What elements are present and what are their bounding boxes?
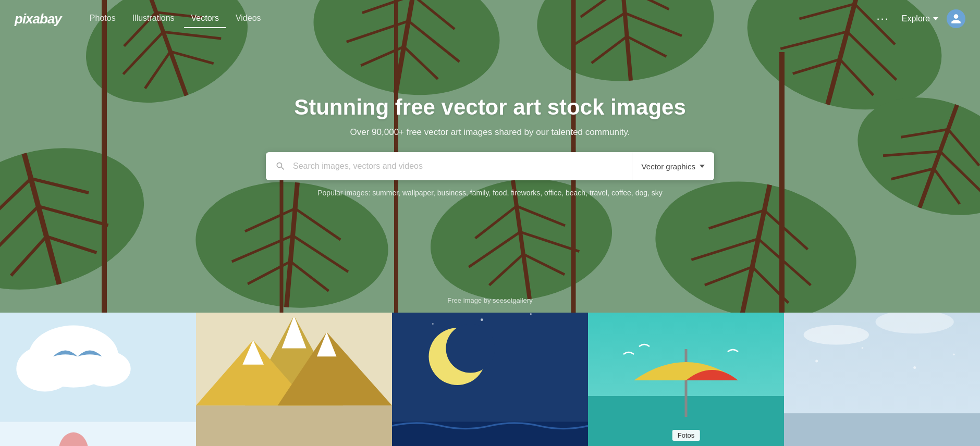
nav-right: ··· Explore: [872, 9, 965, 29]
tag-food[interactable]: food: [493, 189, 507, 197]
svg-point-100: [481, 318, 483, 321]
tag-fireworks[interactable]: fireworks: [511, 189, 540, 197]
fotos-label: Fotos: [672, 430, 700, 441]
svg-point-104: [446, 324, 495, 373]
thumbnail-5[interactable]: [784, 313, 980, 446]
search-bar: Vector graphics: [266, 152, 714, 180]
search-type-label: Vector graphics: [642, 162, 695, 171]
nav-videos[interactable]: Videos: [228, 9, 268, 28]
popular-tags: Popular images: summer, wallpaper, busin…: [10, 189, 970, 197]
tag-dog[interactable]: dog: [635, 189, 647, 197]
explore-button[interactable]: Explore: [902, 14, 938, 23]
svg-point-101: [530, 313, 532, 315]
svg-rect-116: [784, 413, 980, 446]
nav-links: Photos Illustrations Vectors Videos: [82, 9, 873, 28]
tag-business[interactable]: business: [437, 189, 466, 197]
thumbnail-1[interactable]: [0, 313, 196, 446]
dropdown-chevron-icon: [700, 165, 705, 168]
search-icon: [266, 161, 293, 171]
svg-point-110: [804, 325, 869, 345]
thumbnail-4[interactable]: Fotos: [588, 313, 784, 446]
nav-vectors[interactable]: Vectors: [184, 9, 226, 28]
chevron-down-icon: [933, 17, 938, 20]
svg-point-113: [862, 347, 864, 349]
navbar: pixabay Photos Illustrations Vectors Vid…: [0, 0, 980, 38]
hero-content: Stunning free vector art stock images Ov…: [0, 95, 980, 197]
hero-subtitle: Over 90,000+ free vector art images shar…: [10, 127, 970, 138]
tag-wallpaper[interactable]: wallpaper: [402, 189, 433, 197]
hero-title: Stunning free vector art stock images: [10, 95, 970, 120]
tag-coffee[interactable]: coffee: [611, 189, 631, 197]
search-type-dropdown[interactable]: Vector graphics: [632, 152, 714, 180]
svg-point-114: [913, 366, 916, 369]
svg-point-83: [82, 351, 131, 387]
thumbnail-2[interactable]: [196, 313, 392, 446]
user-avatar[interactable]: [947, 9, 965, 28]
more-menu-button[interactable]: ···: [872, 9, 893, 29]
tag-summer[interactable]: summer: [372, 189, 398, 197]
hero-credit: Free image by seesetgallery: [447, 296, 532, 304]
thumbnail-3[interactable]: [392, 313, 588, 446]
tag-family[interactable]: family: [470, 189, 489, 197]
nav-photos[interactable]: Photos: [82, 9, 123, 28]
popular-prefix: Popular images:: [317, 189, 370, 197]
hero-section: pixabay Photos Illustrations Vectors Vid…: [0, 0, 980, 313]
tag-travel[interactable]: travel: [590, 189, 607, 197]
tag-beach[interactable]: beach: [566, 189, 585, 197]
nav-illustrations[interactable]: Illustrations: [125, 9, 182, 28]
svg-rect-80: [0, 422, 196, 446]
svg-point-115: [953, 353, 955, 355]
svg-rect-87: [196, 405, 392, 446]
svg-point-112: [815, 360, 818, 362]
search-input[interactable]: [293, 162, 632, 171]
svg-point-99: [432, 323, 434, 325]
tag-office[interactable]: office: [544, 189, 561, 197]
brand-logo[interactable]: pixabay: [15, 11, 62, 27]
thumbnail-strip: Fotos: [0, 313, 980, 446]
tag-sky[interactable]: sky: [652, 189, 663, 197]
